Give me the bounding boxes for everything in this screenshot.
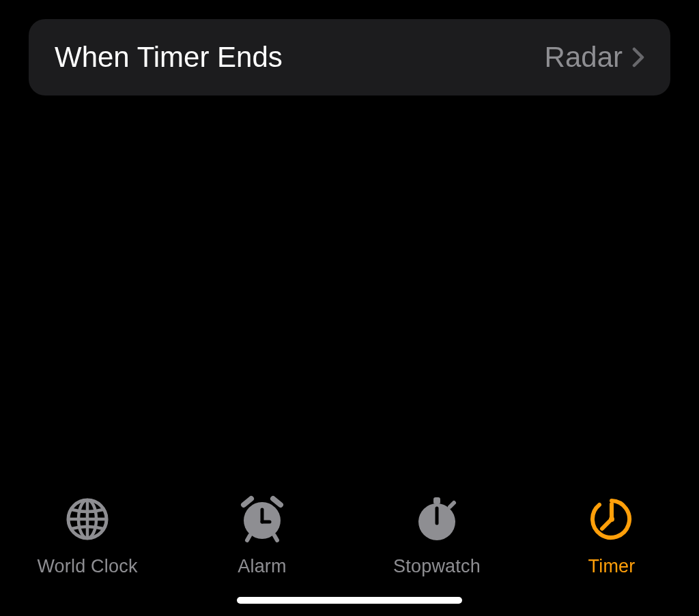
tab-timer[interactable]: Timer: [543, 495, 680, 577]
globe-icon: [63, 495, 112, 544]
svg-line-6: [274, 536, 277, 540]
stopwatch-icon: [412, 495, 461, 544]
svg-point-15: [609, 516, 614, 522]
when-timer-ends-label: When Timer Ends: [55, 41, 283, 74]
svg-line-11: [450, 503, 454, 507]
tab-alarm[interactable]: Alarm: [194, 495, 330, 577]
chevron-right-icon: [632, 47, 644, 68]
timer-icon: [587, 495, 636, 544]
home-indicator[interactable]: [237, 597, 462, 604]
alarm-icon: [238, 495, 287, 544]
tab-alarm-label: Alarm: [238, 556, 287, 577]
when-timer-ends-row[interactable]: When Timer Ends Radar: [29, 19, 670, 96]
when-timer-ends-value-wrap: Radar: [545, 41, 644, 74]
tab-stopwatch[interactable]: Stopwatch: [369, 495, 505, 577]
svg-line-5: [247, 536, 250, 540]
tab-world-clock[interactable]: World Clock: [19, 495, 156, 577]
when-timer-ends-value: Radar: [545, 41, 623, 74]
tab-stopwatch-label: Stopwatch: [393, 556, 481, 577]
svg-rect-10: [433, 497, 440, 504]
tab-timer-label: Timer: [588, 556, 636, 577]
tab-world-clock-label: World Clock: [37, 556, 137, 577]
